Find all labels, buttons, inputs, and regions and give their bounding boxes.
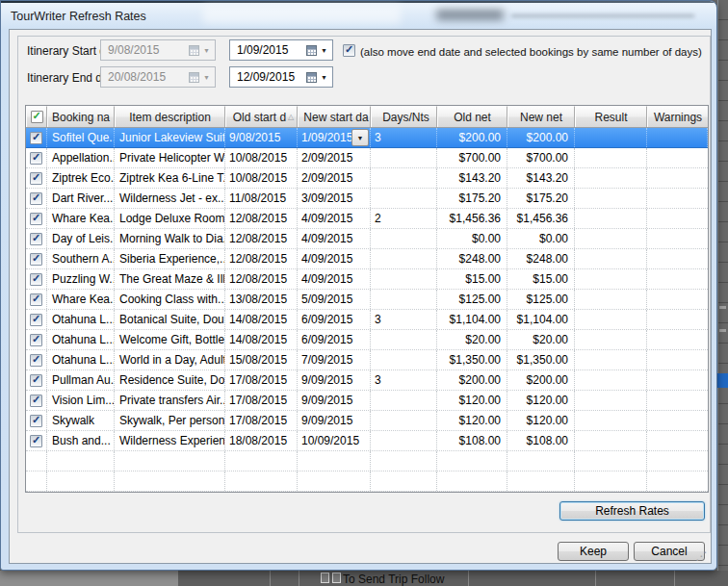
new-start-date-cell: 4/09/2015 ▼ — [298, 249, 371, 268]
old-start-date-cell: 12/08/2015 — [225, 209, 298, 228]
table-row[interactable] — [26, 471, 708, 492]
row-checkbox[interactable] — [30, 152, 42, 165]
column-header-new-net[interactable]: New net — [507, 106, 575, 127]
warnings-cell — [647, 431, 708, 450]
background-row-text: To Send Trip Follow — [343, 573, 444, 586]
result-cell — [575, 189, 647, 208]
table-row[interactable] — [26, 451, 708, 471]
old-net-cell: $15.00 — [437, 269, 507, 289]
itinerary-start-new-datepicker[interactable]: 1/09/2015 ▼ — [229, 39, 333, 61]
new-net-cell: $15.00 — [507, 269, 575, 289]
move-dates-checkbox[interactable] — [343, 44, 355, 57]
result-cell — [575, 330, 647, 349]
days-nights-cell: 2 — [371, 209, 437, 228]
table-row[interactable]: Southern A... Siberia Experience,... 12/… — [26, 249, 708, 269]
old-start-date-cell: 11/08/2015 — [225, 189, 298, 208]
table-row[interactable]: Whare Kea... Lodge Deluxe Room... 12/08/… — [26, 209, 708, 229]
column-header-old-net[interactable]: Old net — [437, 106, 507, 127]
chevron-down-icon[interactable]: ▼ — [321, 74, 327, 81]
row-checkbox[interactable] — [30, 132, 42, 144]
table-row[interactable]: Ziptrek Eco... Ziptrek Kea 6-Line T... 1… — [26, 168, 708, 189]
column-header-warnings[interactable]: Warnings — [647, 106, 708, 127]
table-row[interactable]: Pullman Au... Residence Suite, Do... 17/… — [26, 370, 708, 391]
old-start-date-cell: 12/08/2015 — [225, 229, 298, 248]
row-checkbox-cell — [26, 189, 47, 208]
old-net-cell: $1,350.00 — [437, 350, 507, 369]
select-all-checkbox[interactable] — [31, 111, 43, 123]
calendar-icon[interactable] — [306, 45, 317, 56]
background-blur — [203, 6, 401, 24]
table-row[interactable]: Bush and... Wilderness Experien... 18/08… — [26, 431, 708, 451]
table-row[interactable]: Whare Kea... Cooking Class with... 13/08… — [26, 290, 708, 310]
result-cell — [575, 229, 647, 248]
new-net-cell: $125.00 — [507, 290, 575, 309]
row-checkbox[interactable] — [30, 395, 42, 407]
column-header-old-start-date[interactable]: Old start d△ — [225, 106, 298, 127]
refresh-rates-button[interactable]: Refresh Rates — [559, 501, 705, 521]
days-nights-cell — [371, 431, 437, 450]
row-checkbox[interactable] — [30, 354, 42, 367]
old-start-date-cell — [225, 451, 298, 471]
table-row[interactable]: Skywalk Skywalk, Per person 17/08/2015 9… — [26, 411, 708, 431]
row-checkbox[interactable] — [30, 233, 42, 245]
booking-name-cell — [47, 471, 115, 491]
row-checkbox[interactable] — [30, 435, 42, 447]
column-header-item-description[interactable]: Item description — [115, 106, 225, 127]
row-checkbox[interactable] — [30, 213, 42, 225]
result-cell — [575, 128, 647, 147]
row-checkbox[interactable] — [30, 273, 42, 286]
old-start-date-cell: 17/08/2015 — [225, 370, 298, 390]
booking-name-cell: Bush and... — [47, 431, 115, 450]
chevron-down-icon[interactable]: ▼ — [321, 47, 327, 54]
table-row[interactable]: Vision Lim... Private transfers Air... 1… — [26, 391, 708, 411]
table-row[interactable]: Day of Leis... Morning Walk to Dia... 12… — [26, 229, 708, 249]
select-all-header-cell[interactable] — [26, 106, 47, 127]
move-dates-caption[interactable]: (also move end date and selected booking… — [360, 46, 702, 58]
table-row[interactable]: Sofitel Que... Junior Lakeview Suit... 9… — [26, 128, 708, 148]
days-nights-cell: 3 — [371, 370, 437, 390]
old-start-date-cell: 17/08/2015 — [225, 391, 298, 410]
old-net-cell: $125.00 — [437, 290, 507, 309]
column-header-new-start-date[interactable]: New start da — [298, 106, 371, 127]
booking-name-cell: Skywalk — [47, 411, 115, 430]
booking-name-cell: Otahuna L... — [47, 350, 115, 369]
row-checkbox[interactable] — [30, 192, 42, 205]
old-net-cell: $20.00 — [437, 330, 507, 349]
new-start-dropdown-button[interactable]: ▼ — [351, 129, 369, 146]
warnings-cell — [647, 330, 708, 349]
table-row[interactable]: Puzzling W... The Great Maze & Ill... 12… — [26, 269, 708, 290]
calendar-icon[interactable] — [306, 72, 317, 83]
row-checkbox[interactable] — [30, 415, 42, 427]
column-header-days-nights[interactable]: Days/Nts — [371, 106, 437, 127]
old-net-cell: $200.00 — [437, 370, 507, 390]
cancel-button[interactable]: Cancel — [634, 542, 705, 561]
table-row[interactable]: Dart River... Wilderness Jet - ex... 11/… — [26, 189, 708, 209]
row-checkbox[interactable] — [30, 253, 42, 266]
table-row[interactable]: Otahuna L... World in a Day, Adult 15/08… — [26, 350, 708, 370]
result-cell — [575, 350, 647, 369]
row-checkbox-cell — [26, 451, 47, 471]
row-checkbox[interactable] — [30, 314, 42, 326]
itinerary-end-new-datepicker[interactable]: 12/09/2015 ▼ — [229, 66, 333, 88]
background-window-right-sliver — [717, 0, 728, 586]
keep-button[interactable]: Keep — [558, 542, 629, 561]
item-description-cell: The Great Maze & Ill... — [115, 269, 225, 289]
row-checkbox[interactable] — [30, 172, 42, 185]
row-checkbox[interactable] — [30, 374, 42, 387]
column-header-booking-name[interactable]: Booking na — [47, 106, 115, 127]
table-row[interactable]: Appellation... Private Helicopter W... 1… — [26, 148, 708, 168]
resize-grip[interactable]: ⋰ — [695, 549, 707, 563]
table-row[interactable]: Otahuna L... Welcome Gift, Bottle... 14/… — [26, 330, 708, 350]
window-title-bar[interactable]: TourWriter Refresh Rates — [1, 1, 716, 30]
column-header-result[interactable]: Result — [575, 106, 647, 127]
table-row[interactable]: Otahuna L... Botanical Suite, Dou... 14/… — [26, 310, 708, 330]
old-start-date-cell: 14/08/2015 — [225, 330, 298, 349]
new-start-date-cell: 2/09/2015 ▼ — [298, 148, 371, 167]
grid-header: Booking na Item description Old start d△… — [26, 106, 708, 128]
days-nights-cell — [371, 451, 437, 471]
row-checkbox[interactable] — [30, 293, 42, 306]
background-blur — [436, 10, 504, 20]
booking-name-cell: Sofitel Que... — [47, 128, 115, 147]
row-checkbox[interactable] — [30, 334, 42, 346]
result-cell — [575, 391, 647, 410]
